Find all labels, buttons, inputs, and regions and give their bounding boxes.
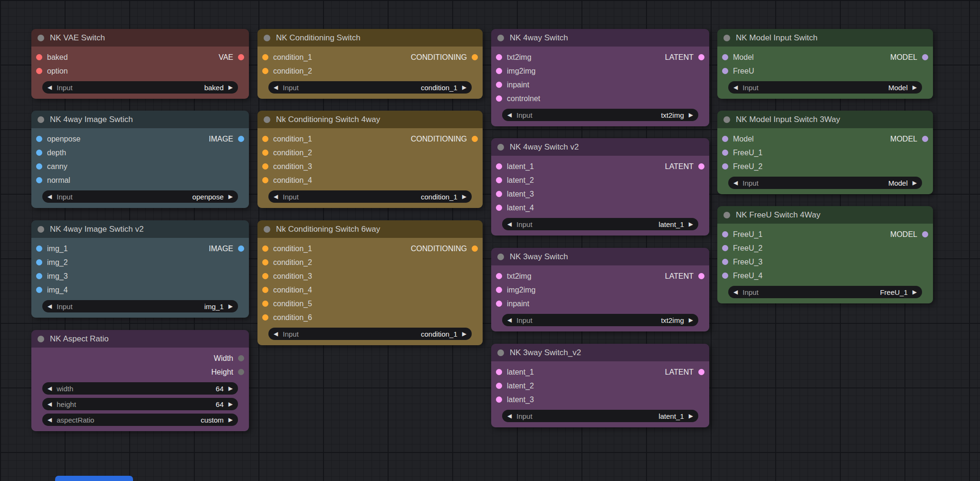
widget-decrement-arrow-icon[interactable]: ◀ xyxy=(48,417,52,423)
node-nk-4way-image-swtich-v2[interactable]: NK 4way Image Swtich v2img_1IMAGEimg_2im… xyxy=(31,220,249,318)
output-slot[interactable]: LATENT xyxy=(665,368,704,377)
widget-decrement-arrow-icon[interactable]: ◀ xyxy=(507,317,512,323)
widget-decrement-arrow-icon[interactable]: ◀ xyxy=(274,194,278,199)
node-header[interactable]: NK Conditioning Switch xyxy=(257,29,483,47)
input-slot-dot[interactable] xyxy=(496,95,502,102)
widget-increment-arrow-icon[interactable]: ▶ xyxy=(689,317,693,323)
widget-decrement-arrow-icon[interactable]: ◀ xyxy=(48,303,52,309)
widget-increment-arrow-icon[interactable]: ▶ xyxy=(228,417,233,423)
input-slot-dot[interactable] xyxy=(262,273,268,279)
node-nk-conditioning-switch-6way[interactable]: Nk Conditioning Switch 6waycondition_1CO… xyxy=(257,220,483,345)
widget-input[interactable]: ◀InputModel▶ xyxy=(728,177,922,189)
input-slot[interactable]: condition_1 xyxy=(262,53,312,62)
widget-input[interactable]: ◀Inputimg_1▶ xyxy=(42,300,238,312)
node-nk-3way-switch[interactable]: NK 3way Switchtxt2imgLATENTimg2imginpain… xyxy=(491,248,709,331)
output-slot-dot[interactable] xyxy=(698,273,704,279)
input-slot[interactable]: condition_3 xyxy=(262,272,312,281)
output-slot-dot[interactable] xyxy=(922,231,928,237)
widget-increment-arrow-icon[interactable]: ▶ xyxy=(228,386,233,391)
input-slot[interactable]: canny xyxy=(36,162,67,171)
offscreen-blue-node-peek[interactable] xyxy=(55,476,133,481)
widget-increment-arrow-icon[interactable]: ▶ xyxy=(228,194,233,199)
input-slot[interactable]: FreeU_2 xyxy=(722,244,762,253)
input-slot[interactable]: inpaint xyxy=(496,300,529,308)
output-slot[interactable]: CONDITIONING xyxy=(411,53,478,62)
node-nk-aspect-ratio[interactable]: NK Aspect RatioWidthHeight◀width64▶◀heig… xyxy=(31,330,249,431)
input-slot-dot[interactable] xyxy=(262,245,268,252)
collapse-dot-icon[interactable] xyxy=(38,116,44,123)
node-header[interactable]: Nk Conditioning Switch 4way xyxy=(257,111,483,128)
input-slot-dot[interactable] xyxy=(496,383,502,389)
input-slot[interactable]: FreeU xyxy=(722,67,754,75)
output-slot-dot[interactable] xyxy=(238,355,244,361)
input-slot-dot[interactable] xyxy=(262,68,268,74)
output-slot-dot[interactable] xyxy=(922,136,928,142)
output-slot[interactable]: Width xyxy=(214,354,244,363)
widget-width[interactable]: ◀width64▶ xyxy=(42,382,238,395)
node-nk-4way-switch[interactable]: NK 4way Switchtxt2imgLATENTimg2imginpain… xyxy=(491,29,709,126)
collapse-dot-icon[interactable] xyxy=(723,35,730,41)
widget-input[interactable]: ◀Inputbaked▶ xyxy=(42,81,238,94)
node-nk-conditioning-switch-4way[interactable]: Nk Conditioning Switch 4waycondition_1CO… xyxy=(257,111,483,208)
input-slot[interactable]: baked xyxy=(36,53,68,62)
widget-increment-arrow-icon[interactable]: ▶ xyxy=(462,85,466,90)
input-slot[interactable]: openpose xyxy=(36,135,80,143)
node-header[interactable]: NK 4way Switch v2 xyxy=(491,138,709,156)
output-slot-dot[interactable] xyxy=(922,54,928,60)
widget-decrement-arrow-icon[interactable]: ◀ xyxy=(48,386,52,391)
input-slot-dot[interactable] xyxy=(36,245,42,252)
collapse-dot-icon[interactable] xyxy=(497,35,504,41)
node-nk-4way-image-swtich[interactable]: NK 4way Image SwtichopenposeIMAGEdepthca… xyxy=(31,111,249,208)
input-slot[interactable]: latent_4 xyxy=(496,204,534,212)
input-slot[interactable]: txt2img xyxy=(496,53,532,62)
input-slot[interactable]: inpaint xyxy=(496,81,529,89)
collapse-dot-icon[interactable] xyxy=(497,144,504,151)
widget-input[interactable]: ◀InputFreeU_1▶ xyxy=(728,286,922,298)
output-slot-dot[interactable] xyxy=(698,54,704,60)
collapse-dot-icon[interactable] xyxy=(38,336,44,342)
widget-decrement-arrow-icon[interactable]: ◀ xyxy=(507,112,512,118)
input-slot-dot[interactable] xyxy=(262,150,268,156)
output-slot-dot[interactable] xyxy=(472,245,478,252)
collapse-dot-icon[interactable] xyxy=(497,254,504,260)
widget-input[interactable]: ◀Inputcondition_1▶ xyxy=(268,328,472,340)
collapse-dot-icon[interactable] xyxy=(264,116,270,123)
widget-aspectratio[interactable]: ◀aspectRatiocustom▶ xyxy=(42,414,238,426)
input-slot[interactable]: FreeU_1 xyxy=(722,230,762,239)
input-slot-dot[interactable] xyxy=(496,301,502,307)
input-slot-dot[interactable] xyxy=(722,68,728,74)
input-slot[interactable]: depth xyxy=(36,149,66,157)
input-slot-dot[interactable] xyxy=(36,273,42,279)
input-slot-dot[interactable] xyxy=(496,82,502,88)
output-slot[interactable]: CONDITIONING xyxy=(411,245,478,253)
widget-height[interactable]: ◀height64▶ xyxy=(42,398,238,410)
input-slot-dot[interactable] xyxy=(722,150,728,156)
input-slot[interactable]: condition_3 xyxy=(262,162,312,171)
node-header[interactable]: NK 3way Switch xyxy=(491,248,709,265)
output-slot[interactable]: MODEL xyxy=(890,230,928,239)
widget-decrement-arrow-icon[interactable]: ◀ xyxy=(48,194,52,199)
output-slot[interactable]: IMAGE xyxy=(209,135,244,143)
widget-increment-arrow-icon[interactable]: ▶ xyxy=(689,112,693,118)
node-header[interactable]: NK Model Input Switch 3Way xyxy=(717,111,933,128)
widget-increment-arrow-icon[interactable]: ▶ xyxy=(689,221,693,227)
input-slot-dot[interactable] xyxy=(36,287,42,293)
collapse-dot-icon[interactable] xyxy=(723,212,730,218)
input-slot-dot[interactable] xyxy=(262,314,268,321)
input-slot-dot[interactable] xyxy=(496,191,502,197)
output-slot[interactable]: IMAGE xyxy=(209,245,244,253)
widget-decrement-arrow-icon[interactable]: ◀ xyxy=(733,289,738,295)
node-header[interactable]: Nk Conditioning Switch 6way xyxy=(257,220,483,238)
output-slot-dot[interactable] xyxy=(472,136,478,142)
input-slot-dot[interactable] xyxy=(36,54,42,60)
widget-decrement-arrow-icon[interactable]: ◀ xyxy=(507,413,512,419)
widget-increment-arrow-icon[interactable]: ▶ xyxy=(913,85,917,90)
input-slot[interactable]: latent_1 xyxy=(496,368,534,377)
input-slot-dot[interactable] xyxy=(496,163,502,170)
widget-decrement-arrow-icon[interactable]: ◀ xyxy=(274,331,278,337)
input-slot[interactable]: FreeU_3 xyxy=(722,258,762,266)
node-nk-model-input-switch-3way[interactable]: NK Model Input Switch 3WayModelMODELFree… xyxy=(717,111,933,194)
input-slot-dot[interactable] xyxy=(262,259,268,265)
input-slot[interactable]: FreeU_1 xyxy=(722,149,762,157)
input-slot[interactable]: Model xyxy=(722,135,754,143)
